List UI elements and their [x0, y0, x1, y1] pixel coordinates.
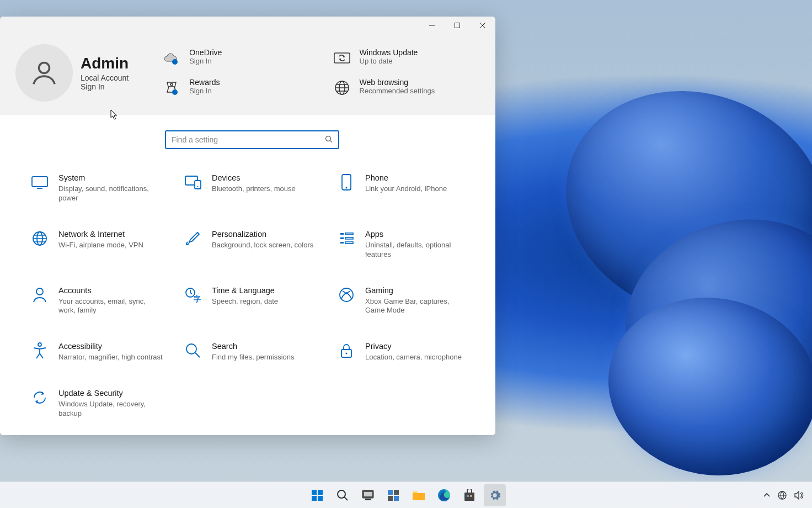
- taskbar-explorer-button[interactable]: [408, 484, 430, 506]
- svg-rect-40: [394, 490, 399, 495]
- category-title: Accounts: [58, 286, 163, 295]
- maximize-button[interactable]: [445, 17, 470, 34]
- clock-language-icon: 字: [184, 286, 202, 304]
- search-icon: [184, 342, 202, 359]
- onedrive-icon: [162, 48, 181, 68]
- search-icon[interactable]: [325, 135, 333, 145]
- tile-title: Web browsing: [360, 78, 435, 87]
- search-input[interactable]: [172, 135, 325, 144]
- person-icon: [31, 286, 49, 304]
- category-personalization[interactable]: PersonalizationBackground, lock screen, …: [184, 230, 317, 260]
- svg-rect-38: [365, 499, 371, 500]
- settings-header: Admin Local Account Sign In OneDrive Sig…: [0, 34, 495, 115]
- svg-point-2: [172, 59, 178, 65]
- tile-sub: Sign In: [189, 57, 222, 65]
- chevron-up-icon: [763, 493, 770, 498]
- minimize-button[interactable]: [419, 17, 445, 34]
- category-privacy[interactable]: PrivacyLocation, camera, microphone: [338, 342, 470, 362]
- svg-point-5: [172, 89, 178, 95]
- brush-icon: [184, 230, 202, 247]
- tile-rewards[interactable]: Rewards Sign In: [162, 78, 309, 98]
- widgets-icon: [387, 489, 399, 501]
- svg-point-27: [38, 343, 41, 346]
- svg-rect-22: [345, 242, 353, 244]
- tile-title: Windows Update: [360, 48, 418, 57]
- svg-text:字: 字: [194, 295, 201, 303]
- tray-volume-button[interactable]: [792, 488, 806, 503]
- close-icon: [480, 23, 485, 28]
- taskbar-store-button[interactable]: [458, 484, 480, 506]
- user-block[interactable]: Admin Local Account Sign In: [15, 44, 129, 102]
- category-network[interactable]: Network & InternetWi-Fi, airplane mode, …: [31, 230, 163, 260]
- svg-rect-44: [464, 493, 474, 501]
- taskbar-start-button[interactable]: [306, 484, 328, 506]
- category-title: Personalization: [212, 230, 313, 239]
- taskbar-settings-button[interactable]: [484, 484, 506, 506]
- category-title: Devices: [212, 173, 296, 182]
- category-title: Search: [212, 342, 295, 351]
- category-gaming[interactable]: GamingXbox Game Bar, captures, Game Mode: [338, 286, 470, 316]
- taskbar-widgets-button[interactable]: [382, 484, 404, 506]
- svg-rect-32: [318, 490, 323, 495]
- svg-rect-19: [340, 237, 344, 239]
- svg-rect-17: [340, 233, 344, 235]
- svg-point-28: [186, 344, 196, 354]
- settings-content: SystemDisplay, sound, notifications, pow…: [0, 115, 495, 435]
- svg-rect-11: [195, 181, 201, 189]
- user-sign-in-link[interactable]: Sign In: [81, 82, 129, 91]
- category-sub: Bluetooth, printers, mouse: [212, 184, 296, 194]
- category-sub: Your accounts, email, sync, work, family: [58, 297, 163, 316]
- apps-icon: [338, 230, 355, 247]
- store-icon: [463, 489, 476, 501]
- category-search[interactable]: SearchFind my files, permissions: [184, 342, 317, 362]
- tray-network-button[interactable]: [776, 488, 789, 503]
- svg-rect-37: [364, 492, 372, 496]
- category-apps[interactable]: AppsUninstall, defaults, optional featur…: [338, 230, 470, 260]
- category-title: Update & Security: [58, 389, 163, 398]
- category-accounts[interactable]: AccountsYour accounts, email, sync, work…: [31, 286, 163, 316]
- category-accessibility[interactable]: AccessibilityNarrator, magnifier, high c…: [31, 342, 163, 362]
- close-button[interactable]: [470, 17, 495, 34]
- devices-icon: [184, 173, 202, 191]
- category-phone[interactable]: PhoneLink your Android, iPhone: [338, 173, 470, 203]
- settings-window: Admin Local Account Sign In OneDrive Sig…: [0, 17, 495, 435]
- category-time-language[interactable]: 字 Time & LanguageSpeech, region, date: [184, 286, 317, 316]
- category-sub: Background, lock screen, colors: [212, 241, 313, 250]
- svg-rect-3: [334, 53, 350, 63]
- svg-point-35: [338, 490, 345, 498]
- category-system[interactable]: SystemDisplay, sound, notifications, pow…: [31, 173, 163, 203]
- tile-title: Rewards: [189, 78, 220, 87]
- taskbar-center: [306, 484, 506, 506]
- search-box[interactable]: [165, 130, 339, 149]
- tray-overflow-button[interactable]: [761, 489, 772, 501]
- taskbar-edge-button[interactable]: [433, 484, 455, 506]
- svg-point-4: [170, 83, 173, 86]
- user-account-type: Local Account: [81, 73, 129, 82]
- category-sub: Location, camera, microphone: [365, 353, 462, 362]
- category-update-security[interactable]: Update & SecurityWindows Update, recover…: [31, 389, 163, 419]
- tile-onedrive[interactable]: OneDrive Sign In: [162, 48, 309, 68]
- category-title: Apps: [365, 230, 470, 239]
- taskbar-task-view-button[interactable]: [357, 484, 379, 506]
- search-icon: [336, 489, 349, 501]
- category-sub: Link your Android, iPhone: [365, 184, 447, 194]
- svg-rect-33: [312, 496, 317, 501]
- phone-icon: [338, 173, 355, 191]
- category-title: Phone: [365, 173, 447, 182]
- folder-icon: [412, 490, 425, 501]
- svg-point-8: [326, 136, 331, 141]
- task-view-icon: [362, 490, 374, 501]
- svg-rect-42: [394, 496, 399, 501]
- taskbar-search-button[interactable]: [332, 484, 354, 506]
- category-sub: Wi-Fi, airplane mode, VPN: [58, 241, 143, 250]
- svg-rect-39: [388, 490, 393, 495]
- tile-windows-update[interactable]: Windows Update Up to date: [332, 48, 480, 68]
- category-devices[interactable]: DevicesBluetooth, printers, mouse: [184, 173, 317, 203]
- tile-web-browsing[interactable]: Web browsing Recommended settings: [332, 78, 480, 98]
- xbox-icon: [338, 286, 355, 304]
- system-icon: [31, 173, 49, 191]
- sync-icon: [31, 389, 49, 406]
- category-sub: Windows Update, recovery, backup: [58, 400, 163, 419]
- svg-point-26: [340, 288, 353, 301]
- svg-rect-20: [345, 237, 353, 239]
